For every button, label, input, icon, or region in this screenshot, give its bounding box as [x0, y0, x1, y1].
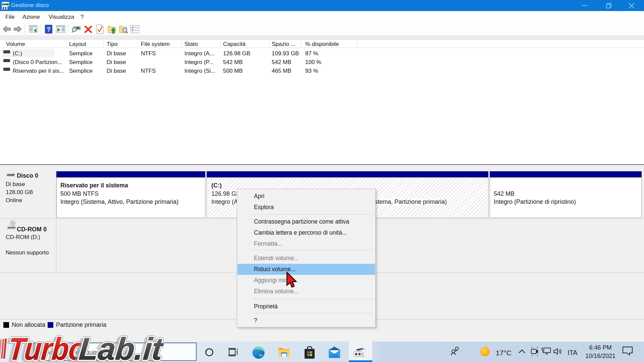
svg-text:?: ?: [47, 26, 51, 33]
svg-text:Lab.it: Lab.it: [78, 334, 164, 362]
